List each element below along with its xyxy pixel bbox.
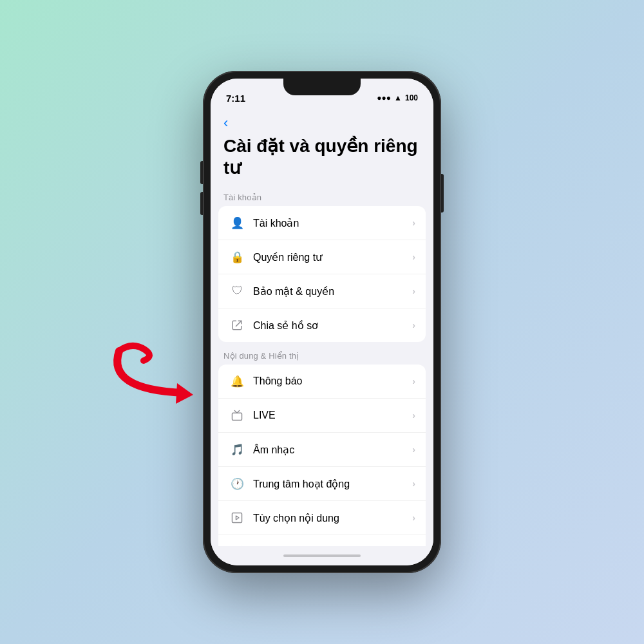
menu-item-privacy[interactable]: 🔒 Quyền riêng tư › <box>218 240 426 274</box>
phone-screen: 7:11 ●●● ▲ 100 ‹ Cài đặt và quyền riêng … <box>211 79 433 565</box>
content-options-icon <box>229 509 245 526</box>
menu-item-notifications[interactable]: 🔔 Thông báo › <box>218 365 426 399</box>
notifications-icon: 🔔 <box>229 373 245 390</box>
live-icon <box>229 407 245 424</box>
menu-item-ads[interactable]: 📢 Quảng cáo › <box>218 535 426 546</box>
battery-label: 100 <box>405 93 418 102</box>
menu-label-account: Tài khoản <box>253 217 412 229</box>
phone-wrapper: 7:11 ●●● ▲ 100 ‹ Cài đặt và quyền riêng … <box>203 71 441 573</box>
content-menu-group: 🔔 Thông báo › LIVE › <box>218 365 426 546</box>
privacy-chevron-icon: › <box>412 252 415 262</box>
menu-label-notifications: Thông báo <box>253 375 412 387</box>
svg-rect-1 <box>232 513 242 523</box>
music-icon: 🎵 <box>229 441 245 458</box>
account-icon: 👤 <box>229 214 245 231</box>
music-chevron-icon: › <box>412 444 415 455</box>
svg-marker-3 <box>176 383 193 404</box>
share-profile-chevron-icon: › <box>412 320 415 330</box>
share-profile-icon <box>229 317 245 334</box>
menu-item-content-options[interactable]: Tùy chọn nội dung › <box>218 501 426 535</box>
page-title: Cài đặt và quyền riêng tư <box>211 133 433 189</box>
wifi-icon: ▲ <box>394 93 402 102</box>
power-button <box>441 174 444 213</box>
content-area[interactable]: ‹ Cài đặt và quyền riêng tư Tài khoản 👤 … <box>211 111 433 546</box>
live-chevron-icon: › <box>412 410 415 421</box>
content-options-chevron-icon: › <box>412 513 415 523</box>
back-button[interactable]: ‹ <box>211 111 433 133</box>
menu-label-security: Bảo mật & quyền <box>253 285 412 298</box>
home-indicator <box>211 546 433 565</box>
account-menu-group: 👤 Tài khoản › 🔒 Quyền riêng tư › 🛡 Bảo m… <box>218 206 426 342</box>
signal-icon: ●●● <box>377 93 391 102</box>
security-icon: 🛡 <box>229 283 245 299</box>
phone-frame: 7:11 ●●● ▲ 100 ‹ Cài đặt và quyền riêng … <box>203 71 441 573</box>
privacy-icon: 🔒 <box>229 249 245 265</box>
section-header-content: Nội dung & Hiển thị <box>211 347 433 365</box>
security-chevron-icon: › <box>412 286 415 296</box>
menu-label-content-options: Tùy chọn nội dung <box>253 512 412 524</box>
menu-item-music[interactable]: 🎵 Âm nhạc › <box>218 433 426 467</box>
menu-label-privacy: Quyền riêng tư <box>253 251 412 263</box>
ads-icon: 📢 <box>229 544 245 546</box>
menu-label-share-profile: Chia sẻ hồ sơ <box>253 319 412 332</box>
menu-label-activity: Trung tâm hoạt động <box>253 478 412 490</box>
svg-marker-2 <box>236 516 240 520</box>
notch <box>283 79 361 95</box>
menu-item-activity[interactable]: 🕐 Trung tâm hoạt động › <box>218 467 426 501</box>
svg-rect-0 <box>232 413 242 420</box>
activity-chevron-icon: › <box>412 478 415 489</box>
status-time: 7:11 <box>226 93 245 104</box>
back-chevron-icon: ‹ <box>223 116 228 130</box>
notifications-chevron-icon: › <box>412 376 415 386</box>
menu-label-live: LIVE <box>253 410 412 421</box>
home-bar <box>283 554 361 557</box>
menu-item-security[interactable]: 🛡 Bảo mật & quyền › <box>218 274 426 308</box>
status-icons: ●●● ▲ 100 <box>377 93 418 102</box>
account-chevron-icon: › <box>412 218 415 228</box>
section-header-account: Tài khoản <box>211 189 433 206</box>
activity-icon: 🕐 <box>229 475 245 492</box>
menu-item-share-profile[interactable]: Chia sẻ hồ sơ › <box>218 308 426 342</box>
menu-item-account[interactable]: 👤 Tài khoản › <box>218 206 426 240</box>
menu-item-live[interactable]: LIVE › <box>218 399 426 433</box>
menu-label-music: Âm nhạc <box>253 444 412 456</box>
